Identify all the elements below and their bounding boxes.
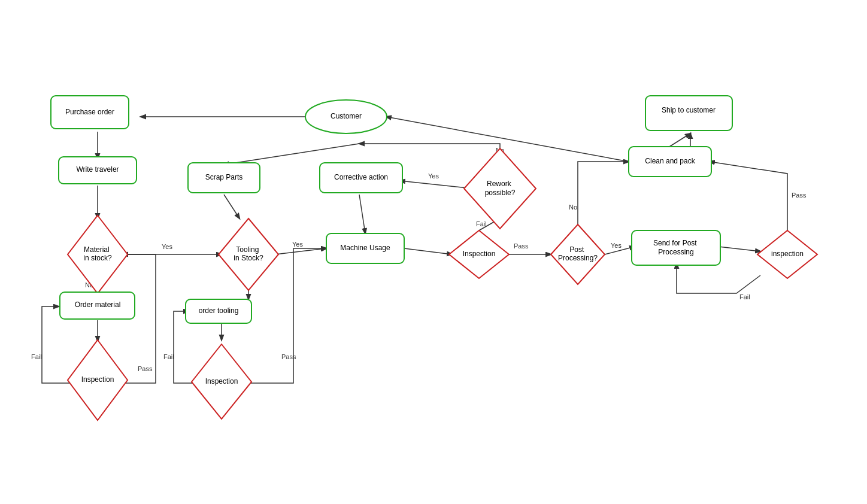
edge-corrective-to-machine — [359, 195, 365, 233]
label-insp-pass: Pass — [281, 353, 296, 360]
edge-cleanpack-to-customer — [386, 117, 629, 162]
label-rework-possible: Rework possible? — [485, 180, 516, 197]
node-tooling-in-stock: Tooling in Stock? — [219, 218, 278, 290]
label-inspection-center: Inspection — [463, 250, 496, 258]
node-rework-possible: Rework possible? — [464, 148, 536, 229]
label-insp-fail: Fail — [163, 353, 174, 360]
label-tooling-in-stock: Tooling in Stock? — [234, 245, 263, 262]
label-rework-yes: Yes — [428, 172, 439, 180]
node-ship-to-customer: Ship to customer — [645, 96, 732, 130]
node-corrective-action: Corrective action — [320, 163, 402, 193]
node-order-tooling: order tooling — [186, 299, 251, 323]
edge-send-to-insp-right — [719, 247, 760, 251]
edge-cleanpack-to-ship — [669, 133, 690, 147]
edge-machine-to-insp — [404, 248, 452, 254]
edge-rework-no — [359, 144, 500, 162]
edge-insp-right-pass — [710, 162, 787, 230]
label-scrap-parts: Scrap Parts — [205, 173, 243, 181]
label-clean-and-pack: Clean and pack — [645, 157, 695, 165]
label-corrective-action: Corrective action — [334, 173, 388, 181]
label-material-yes: Yes — [162, 243, 172, 250]
label-machine-usage: Machine Usage — [340, 244, 390, 252]
label-order-tooling: order tooling — [199, 306, 239, 315]
edge-tooling-yes-machine — [275, 248, 326, 254]
flowchart-svg: Yes No Fail Pass Yes Pass Fail Fail — [0, 0, 867, 504]
node-inspection-right: inspection — [757, 230, 817, 278]
node-inspection-center: Inspection — [449, 230, 509, 278]
node-purchase-order: Purchase order — [51, 96, 129, 129]
label-inspection-mid: Inspection — [205, 377, 238, 385]
node-inspection-mid: Inspection — [192, 344, 251, 419]
label-ship-to-customer: Ship to customer — [662, 106, 716, 114]
node-scrap-parts: Scrap Parts — [188, 163, 260, 193]
node-customer: Customer — [305, 100, 387, 133]
label-material-in-stock: Material in stock? — [83, 245, 112, 262]
edge-no-to-scrap — [224, 144, 359, 165]
label-send-for-post: Send for Post Processing — [653, 239, 699, 256]
label-inspection-pass: Pass — [138, 365, 153, 372]
label-insp-right-pass: Pass — [792, 192, 807, 199]
label-inspection-right: inspection — [771, 250, 804, 258]
node-order-material: Order material — [60, 292, 135, 319]
label-customer: Customer — [331, 112, 362, 120]
edge-insp-right-fail — [677, 263, 760, 293]
flowchart-diagram: Yes No Fail Pass Yes Pass Fail Fail — [0, 0, 867, 504]
edge-rework-yes-corrective — [400, 181, 473, 189]
label-post-no: No — [569, 204, 577, 211]
edge-scrap-to-tooling — [224, 195, 240, 218]
label-insp-fail-center: Fail — [476, 220, 487, 227]
node-write-traveler: Write traveler — [59, 157, 137, 184]
label-write-traveler: Write traveler — [76, 165, 119, 174]
label-post-yes: Yes — [611, 242, 622, 249]
edge-post-no-clean — [578, 162, 629, 230]
label-inspection-left: Inspection — [81, 375, 114, 384]
label-inspection-fail: Fail — [31, 353, 42, 360]
label-insp-right-fail: Fail — [739, 293, 750, 300]
label-insp-pass-center: Pass — [514, 242, 529, 250]
label-order-material: Order material — [75, 300, 121, 309]
node-machine-usage: Machine Usage — [326, 233, 404, 263]
node-clean-and-pack: Clean and pack — [629, 147, 711, 177]
label-tooling-yes: Yes — [292, 241, 303, 248]
label-purchase-order: Purchase order — [65, 108, 114, 116]
node-send-for-post: Send for Post Processing — [632, 230, 720, 265]
node-inspection-left: Inspection — [68, 340, 128, 420]
node-material-in-stock: Material in stock? — [68, 215, 128, 293]
node-post-processing: Post Processing? — [551, 224, 605, 284]
